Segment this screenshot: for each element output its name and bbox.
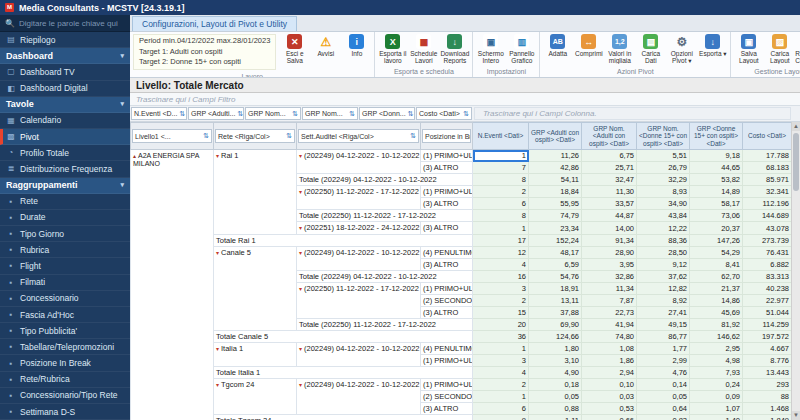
scroll-down-icon[interactable]: ▼ — [792, 411, 800, 420]
value-cell[interactable]: 8,93 — [637, 186, 690, 198]
value-cell[interactable]: 8,92 — [637, 295, 690, 307]
value-cell[interactable]: 86,77 — [637, 331, 690, 343]
settimana-cell[interactable]: ▾(202249) 04-12-2022 - 10-12-2022 — [297, 150, 421, 174]
value-cell[interactable]: 6,59 — [529, 259, 582, 271]
collapse-arrow-icon[interactable]: ▾ — [216, 346, 219, 352]
value-cell[interactable]: 112.196 — [743, 198, 792, 210]
download-reports-button[interactable]: ↓Download Reports — [439, 33, 470, 64]
sidebar-item-concessionario-tipo-rete[interactable]: ▪Concessionario/Tipo Rete — [0, 388, 130, 404]
posizione-cell[interactable]: (4) PENULTIMO — [421, 343, 473, 355]
value-cell[interactable]: 16 — [473, 271, 529, 283]
data-field-chip-n-eventi-d[interactable]: N.Eventi <D...⇅ — [131, 107, 187, 120]
data-field-chip-grp-nom[interactable]: GRP Nom...⇅ — [245, 107, 301, 120]
posizione-cell[interactable]: (2) SECONDO — [421, 295, 473, 307]
value-cell[interactable]: 21,37 — [690, 283, 743, 295]
value-cell[interactable]: 2 — [473, 186, 529, 198]
posizione-cell[interactable]: (1) PRIMO+ULTIMO — [421, 355, 473, 367]
value-cell[interactable]: 0,03 — [582, 391, 637, 403]
value-cell[interactable]: 44,65 — [690, 162, 743, 174]
value-cell[interactable]: 0,09 — [690, 391, 743, 403]
value-cell[interactable]: 1,80 — [529, 343, 582, 355]
sidebar-item-durate[interactable]: ▪Durate — [0, 210, 130, 226]
value-cell[interactable]: 12,22 — [637, 222, 690, 235]
collapse-arrow-icon[interactable]: ▾ — [299, 382, 302, 388]
value-cell[interactable]: 12 — [473, 247, 529, 259]
row-field-header-livello1[interactable]: Livello1 <...⇅ — [131, 123, 214, 150]
value-cell[interactable]: 8.776 — [743, 355, 792, 367]
value-cell[interactable]: 55,95 — [529, 198, 582, 210]
value-cell[interactable]: 37,62 — [637, 271, 690, 283]
sidebar-item-posizione-in-break[interactable]: ▪Posizione In Break — [0, 355, 130, 371]
value-cell[interactable]: 73,06 — [690, 210, 743, 222]
value-cell[interactable]: 3,10 — [529, 355, 582, 367]
rete-cell[interactable]: Totale Italia 1 — [214, 367, 473, 379]
schedule-lavori-button[interactable]: ▦Schedule Lavori — [408, 33, 439, 64]
sidebar-item-rete-rubrica[interactable]: ▪Rete/Rubrica — [0, 372, 130, 388]
tab-configurazioni-layout-pivot-utility[interactable]: Configurazioni, Layout di Pivot e Utilit… — [132, 16, 297, 31]
value-cell[interactable]: 28,90 — [582, 247, 637, 259]
value-cell[interactable]: 9 — [473, 415, 529, 420]
value-cell[interactable]: 26,79 — [637, 162, 690, 174]
posizione-cell[interactable]: (1) PRIMO+ULTIMO — [421, 150, 473, 162]
value-cell[interactable]: 147,26 — [690, 235, 743, 247]
value-cell[interactable]: 11,34 — [582, 283, 637, 295]
sidebar-item-filmati[interactable]: ▪Filmati — [0, 275, 130, 291]
value-cell[interactable]: 1 — [473, 222, 529, 235]
value-cell[interactable]: 124,66 — [529, 331, 582, 343]
value-cell[interactable]: 0,05 — [529, 391, 582, 403]
value-cell[interactable]: 13,11 — [529, 295, 582, 307]
data-field-chip-grp-donn[interactable]: GRP <Donn...⇅ — [359, 107, 415, 120]
value-cell[interactable]: 54,11 — [529, 174, 582, 186]
sidebar-item-riepilogo[interactable]: ▤Riepilogo — [0, 32, 130, 48]
value-cell[interactable]: 12,82 — [637, 283, 690, 295]
collapse-arrow-icon[interactable]: ▾ — [299, 153, 302, 159]
value-cell[interactable]: 91,34 — [582, 235, 637, 247]
posizione-cell[interactable]: (4) PENULTIMO — [421, 247, 473, 259]
data-column-header-grp-nom-donne-15-con-ospiti-dati[interactable]: GRP Nom. <Donne 15+ con ospiti> <Dati> — [637, 123, 690, 150]
value-cell[interactable]: 88 — [743, 391, 792, 403]
data-column-header-costo-dati[interactable]: Costo <Dati> — [743, 123, 792, 150]
value-cell[interactable]: 4,90 — [529, 367, 582, 379]
carica-layout-button[interactable]: ▨Carica Layout — [764, 33, 795, 64]
value-cell[interactable]: 9,18 — [690, 150, 743, 162]
settimana-cell[interactable]: ▾(202249) 04-12-2022 - 10-12-2022 — [297, 379, 421, 415]
data-field-chip-costo-dati[interactable]: Costo <Dati>⇅ — [416, 107, 472, 120]
posizione-cell[interactable]: (2) SECONDO — [421, 391, 473, 403]
value-cell[interactable]: 20 — [473, 319, 529, 331]
posizione-cell[interactable]: (3) ALTRO — [421, 198, 473, 210]
settimana-cell[interactable]: Totale (202249) 04-12-2022 - 10-12-2022 — [297, 271, 473, 283]
collapse-arrow-icon[interactable]: ▾ — [299, 346, 302, 352]
pannello-grafico-button[interactable]: ▥Pannello Grafico — [506, 33, 537, 64]
value-cell[interactable]: 49,15 — [637, 319, 690, 331]
esporta-button[interactable]: ↓Esporta ▾ — [697, 33, 728, 57]
filter-drop-zone[interactable]: Trascinare qui i Campi Filtro — [130, 93, 800, 106]
salva-layout-button[interactable]: ▣Salva Layout — [733, 33, 764, 64]
sidebar-item-dashboard-tv[interactable]: ▢Dashboard TV — [0, 64, 130, 80]
sidebar-item-concessionario[interactable]: ▪Concessionario — [0, 291, 130, 307]
value-cell[interactable]: 1 — [473, 391, 529, 403]
posizione-cell[interactable]: (1) PRIMO+ULTIMO — [421, 379, 473, 391]
value-cell[interactable]: 83.313 — [743, 271, 792, 283]
settimana-cell[interactable]: Totale (202250) 11-12-2022 - 17-12-2022 — [297, 210, 473, 222]
posizione-cell[interactable]: (3) ALTRO — [421, 259, 473, 271]
sidebar-item-pivot[interactable]: ▩Pivot — [0, 129, 130, 145]
data-field-chip-grp-nom[interactable]: GRP Nom...⇅ — [302, 107, 358, 120]
value-cell[interactable]: 32,86 — [582, 271, 637, 283]
value-cell[interactable]: 76.431 — [743, 247, 792, 259]
value-cell[interactable]: 36 — [473, 331, 529, 343]
rete-cell[interactable]: Totale Canale 5 — [214, 331, 473, 343]
collapse-arrow-icon[interactable]: ▾ — [299, 250, 302, 256]
value-cell[interactable]: 197.572 — [743, 331, 792, 343]
value-cell[interactable]: 4,76 — [637, 367, 690, 379]
collapse-arrow-icon[interactable]: ▾ — [299, 286, 302, 292]
value-cell[interactable]: 32.341 — [743, 186, 792, 198]
sidebar-item-profilo-totale[interactable]: ◔Profilo Totale — [0, 145, 130, 161]
value-cell[interactable]: 8 — [473, 210, 529, 222]
value-cell[interactable]: 18,84 — [529, 186, 582, 198]
value-cell[interactable]: 14,89 — [690, 186, 743, 198]
value-cell[interactable]: 11,26 — [529, 150, 582, 162]
valori-in-migliaia-button[interactable]: 1,2Valori in migliaia — [604, 33, 635, 64]
value-cell[interactable]: 2 — [473, 295, 529, 307]
sidebar-item-dashboard[interactable]: Dashboard▾ — [0, 48, 130, 64]
value-cell[interactable]: 146,62 — [690, 331, 743, 343]
